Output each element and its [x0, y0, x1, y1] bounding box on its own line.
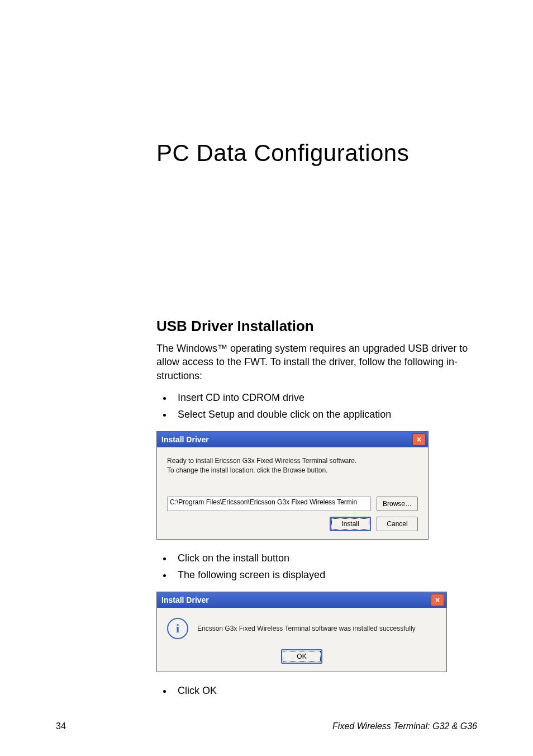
- list-item: Insert CD into CDROM drive: [172, 389, 477, 407]
- dialog-body: Ready to install Ericsson G3x Fixed Wire…: [157, 447, 428, 539]
- bullet-list-3: Click OK: [156, 682, 477, 700]
- page-heading: PC Data Configurations: [156, 140, 477, 167]
- section-title: USB Driver Installation: [156, 318, 477, 335]
- bullet-list-1: Insert CD into CDROM drive Select Setup …: [156, 389, 477, 423]
- page-footer: 34 Fixed Wireless Terminal: G32 & G36: [56, 721, 477, 731]
- dialog-body: i Ericsson G3x Fixed Wireless Terminal s…: [157, 608, 446, 672]
- close-icon[interactable]: ×: [431, 594, 444, 606]
- ok-button-row: OK: [165, 649, 439, 664]
- dialog-title: Install Driver: [161, 435, 209, 444]
- success-message: Ericsson G3x Fixed Wireless Terminal sof…: [197, 625, 416, 632]
- install-driver-dialog-2: Install Driver × i Ericsson G3x Fixed Wi…: [156, 592, 447, 672]
- install-driver-dialog-1: Install Driver × Ready to install Ericss…: [156, 431, 429, 540]
- cancel-button[interactable]: Cancel: [377, 517, 418, 531]
- dialog-line-2: To change the install location, click th…: [167, 466, 328, 474]
- list-item: Click OK: [172, 682, 477, 700]
- list-item: Click on the install button: [172, 550, 477, 567]
- install-button[interactable]: Install: [330, 517, 371, 531]
- dialog-button-row: Install Cancel: [167, 517, 418, 531]
- dialog-titlebar: Install Driver ×: [157, 432, 428, 447]
- dialog-title: Install Driver: [161, 596, 209, 604]
- message-row: i Ericsson G3x Fixed Wireless Terminal s…: [165, 616, 439, 639]
- dialog-message: Ready to install Ericsson G3x Fixed Wire…: [167, 456, 418, 475]
- page-number: 34: [56, 721, 66, 731]
- footer-doc-title: Fixed Wireless Terminal: G32 & G36: [332, 721, 477, 731]
- intro-paragraph: The Windows™ operating system requires a…: [156, 342, 477, 382]
- dialog-titlebar: Install Driver ×: [157, 592, 446, 608]
- info-icon: i: [167, 618, 188, 639]
- dialog-line-1: Ready to install Ericsson G3x Fixed Wire…: [167, 457, 356, 465]
- close-icon[interactable]: ×: [412, 433, 426, 446]
- list-item: Select Setup and double click on the app…: [172, 406, 477, 423]
- bullet-list-2: Click on the install button The followin…: [156, 550, 477, 584]
- browse-button[interactable]: Browse…: [377, 497, 418, 511]
- ok-button[interactable]: OK: [281, 649, 322, 664]
- list-item: The following screen is displayed: [172, 566, 477, 584]
- install-path-input[interactable]: C:\Program Files\Ericsson\Ericsson G3x F…: [167, 497, 371, 511]
- install-path-row: C:\Program Files\Ericsson\Ericsson G3x F…: [167, 497, 418, 511]
